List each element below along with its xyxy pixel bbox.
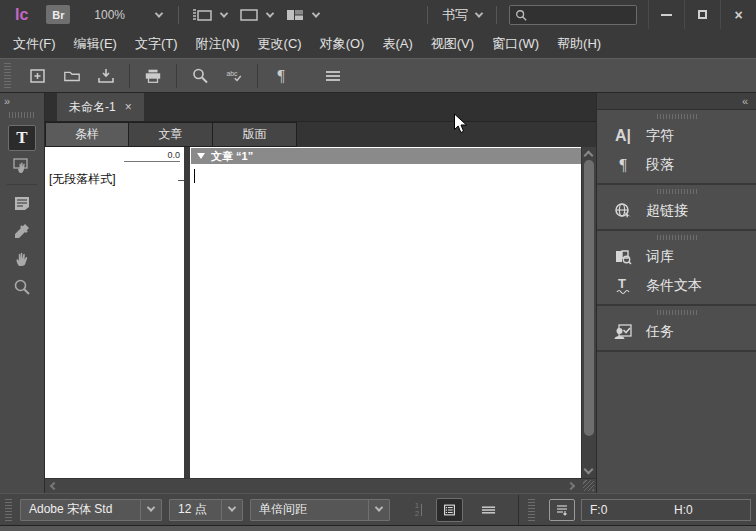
collapse-story-triangle-icon[interactable] [197,153,205,159]
tab-galley[interactable]: 条样 [45,122,129,147]
copyfit-grip[interactable] [528,499,535,521]
minimize-button[interactable] [648,0,684,29]
hand-tool[interactable] [8,246,36,272]
panel-button-assignments[interactable]: 任务 [597,317,756,346]
maximize-button[interactable] [684,0,720,29]
menu-window[interactable]: 窗口(W) [483,29,548,58]
panel-group-language: 词库 T 条件文本 [597,231,756,306]
panel-button-hyperlinks[interactable]: 超链接 [597,196,756,225]
panel-button-paragraph[interactable]: ¶ 段落 [597,150,756,179]
zoom-tool-icon [13,278,31,296]
position-tool[interactable] [8,153,36,179]
separator [257,64,258,88]
panel-group-grip[interactable] [657,235,697,240]
statusbar-menu-button[interactable] [475,498,502,522]
new-document-button[interactable] [23,62,53,90]
print-button[interactable] [138,62,168,90]
story-editor[interactable]: 文章 “1” [190,147,581,478]
dropdown-arrow[interactable] [140,500,161,520]
collapse-panels-icon[interactable]: « [742,95,748,107]
font-size-dropdown[interactable]: 12 点 [169,499,243,521]
save-icon [97,68,115,84]
spell-check-button[interactable]: abc [219,62,249,90]
statusbar-grip[interactable] [5,499,12,521]
separator [496,6,497,24]
font-size-value: 12 点 [170,501,221,518]
panel-button-thesaurus[interactable]: 词库 [597,242,756,271]
copyfit-icon [555,503,569,517]
menu-edit[interactable]: 编辑(E) [65,29,126,58]
close-tab-icon[interactable]: × [125,100,132,114]
pilcrow-icon: ¶ [277,67,284,85]
scroll-up-icon[interactable] [584,151,594,161]
menu-help[interactable]: 帮助(H) [548,29,610,58]
panel-group-grip[interactable] [657,310,697,315]
arrange-documents-dropdown[interactable] [279,0,325,29]
leading-value: 单倍间距 [251,501,368,518]
incopy-logo-icon: Ic [15,6,28,24]
document-tab[interactable]: 未命名-1 × [57,93,144,121]
panel-button-character[interactable]: A| 字符 [597,121,756,150]
panel-label: 段落 [646,156,674,174]
panel-group-grip[interactable] [657,189,697,194]
chevron-down-icon [266,9,274,17]
line-numbers-button[interactable]: 12 [405,498,432,522]
type-tool[interactable]: T [8,125,36,151]
tab-story[interactable]: 文章 [129,122,213,147]
menu-changes[interactable]: 更改(C) [249,29,311,58]
menu-object[interactable]: 对象(O) [311,29,374,58]
dropdown-arrow[interactable] [221,500,242,520]
vertical-scrollbar[interactable] [581,147,596,478]
menu-view[interactable]: 视图(V) [422,29,483,58]
copyfit-progress-field: F:0 H:0 [581,499,751,521]
depth-ruler-tick [178,180,184,181]
leading-dropdown[interactable]: 单倍间距 [250,499,390,521]
open-document-button[interactable] [57,62,87,90]
document-area: 未命名-1 × 条样 文章 版面 0.0 [无段落样式] 文章 “1” [45,93,596,493]
zoom-tool[interactable] [8,274,36,300]
view-options-dropdown[interactable] [185,0,233,29]
copyfit-info-button[interactable] [549,499,575,521]
menu-notes[interactable]: 附注(N) [187,29,249,58]
chevron-down-icon [475,9,483,17]
scroll-left-icon[interactable] [50,482,58,490]
tools-expand-button[interactable]: » [0,93,13,109]
save-button[interactable] [91,62,121,90]
menu-file[interactable]: 文件(F) [4,29,65,58]
note-tool[interactable] [8,190,36,216]
chevron-down-icon [375,503,383,511]
toolbar-grip[interactable] [4,63,11,89]
find-change-button[interactable] [185,62,215,90]
chevron-down-icon [147,503,155,511]
search-input[interactable] [527,8,631,22]
galley-info-toggle-button[interactable] [436,498,463,522]
bridge-button[interactable]: Br [46,5,70,24]
galley-info-column[interactable]: 0.0 [无段落样式] [45,147,184,478]
new-document-icon [29,68,47,84]
menu-table[interactable]: 表(A) [373,29,421,58]
panel-button-conditional-text[interactable]: T 条件文本 [597,271,756,300]
search-box[interactable] [509,5,637,25]
zoom-level-dropdown[interactable]: 100% [84,0,172,29]
panel-group-grip[interactable] [657,114,697,119]
separator [176,64,177,88]
scroll-down-icon[interactable] [584,465,594,475]
screen-mode-dropdown[interactable] [233,0,279,29]
eyedropper-tool[interactable] [8,218,36,244]
vertical-scroll-thumb[interactable] [584,160,594,436]
font-family-dropdown[interactable]: Adobe 宋体 Std [20,499,162,521]
tab-layout[interactable]: 版面 [213,122,297,147]
dropdown-arrow[interactable] [368,500,389,520]
resize-grip[interactable] [583,480,594,491]
close-button[interactable]: × [720,0,756,29]
view-options-icon [191,7,213,23]
workspace-switcher[interactable]: 书写 [434,0,490,29]
hyperlink-icon [610,201,636,221]
toolbar-menu-button[interactable] [318,62,348,90]
tools-grip[interactable] [9,112,35,118]
show-hidden-characters-button[interactable]: ¶ [266,62,296,90]
horizontal-scrollbar[interactable] [45,478,596,493]
scroll-right-icon[interactable] [567,482,575,490]
copyfit-fit-value: F:0 [582,503,674,517]
menu-type[interactable]: 文字(T) [126,29,187,58]
